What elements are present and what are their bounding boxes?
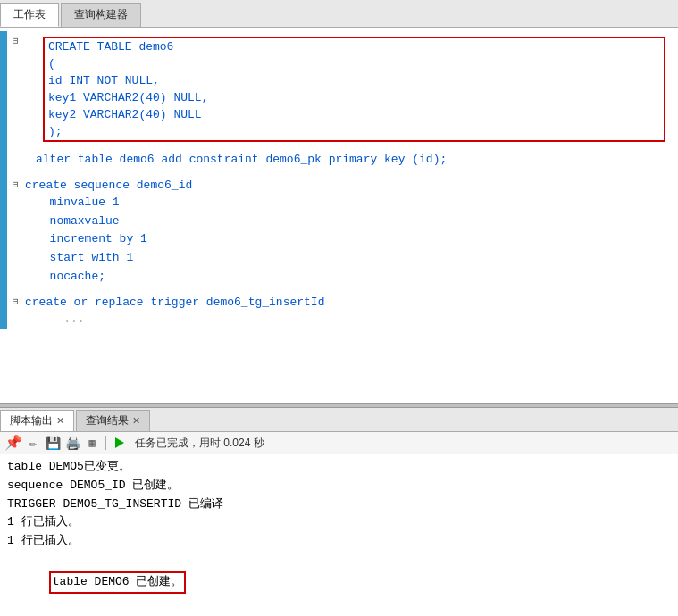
fold-icon-trigger[interactable]: ⊟ <box>13 296 23 307</box>
output-line-1: table DEMO5已变更。 <box>7 458 671 477</box>
output-area: table DEMO5已变更。 sequence DEMO5_ID 已创建。 T… <box>0 454 678 616</box>
create-col-key1: key1 VARCHAR2(40) NULL, <box>45 89 664 106</box>
create-col-id: id INT NOT NULL, <box>45 72 664 89</box>
bottom-tab-bar: 脚本输出 ✕ 查询结果 ✕ <box>0 408 678 432</box>
seq-nocache: nocache; <box>7 268 678 287</box>
play-triangle <box>115 437 124 448</box>
create-sequence-fold-line: ⊟ create sequence demo6_id <box>7 177 678 194</box>
create-table-text: CREATE TABLE demo6 <box>48 40 173 54</box>
fold-icon-create-table[interactable]: ⊟ <box>13 35 23 46</box>
seq-minvalue: minvalue 1 <box>7 194 678 212</box>
left-strip <box>0 31 7 329</box>
print-icon[interactable]: 🖨️ <box>64 435 80 451</box>
output-line-3: TRIGGER DEMO5_TG_INSERTID 已编译 <box>7 495 671 514</box>
create-open-paren: ( <box>45 55 664 72</box>
create-close-paren: ); <box>45 123 664 140</box>
tab-script-output[interactable]: 脚本输出 ✕ <box>0 410 74 431</box>
trigger-partial: ... <box>7 311 678 329</box>
blank-line-1 <box>7 144 678 151</box>
editor-content[interactable]: ⊟ CREATE TABLE demo6 ( id INT NOT NULL, <box>0 31 678 329</box>
alter-table-line: alter table demo6 add constraint demo6_p… <box>7 151 678 170</box>
edit-icon[interactable]: ✏️ <box>25 435 41 451</box>
table-icon[interactable]: ▦ <box>84 435 100 451</box>
status-text: 任务已完成，用时 0.024 秒 <box>135 436 264 451</box>
tab-worksheet[interactable]: 工作表 <box>0 3 59 27</box>
create-trigger-fold-line: ⊟ create or replace trigger demo6_tg_ins… <box>7 294 678 311</box>
seq-increment: increment by 1 <box>7 230 678 249</box>
seq-start: start with 1 <box>7 249 678 268</box>
toolbar-separator <box>105 436 106 450</box>
output-highlighted-line: table DEMO6 已创建。 <box>49 571 187 594</box>
pin-icon[interactable]: 📌 <box>5 435 21 451</box>
editor-area: ⊟ CREATE TABLE demo6 ( id INT NOT NULL, <box>0 28 678 403</box>
create-table-fold-line: ⊟ CREATE TABLE demo6 ( id INT NOT NULL, <box>7 31 678 144</box>
close-query-tab-icon[interactable]: ✕ <box>132 415 140 427</box>
tab-query-results-label: 查询结果 <box>86 413 129 429</box>
blank-line-3 <box>7 287 678 294</box>
output-line-2: sequence DEMO5_ID 已创建。 <box>7 477 671 495</box>
tab-script-output-label: 脚本输出 <box>10 413 53 429</box>
output-toolbar: 📌 ✏️ 💾 🖨️ ▦ 任务已完成，用时 0.024 秒 <box>0 432 678 454</box>
bottom-panel: 脚本输出 ✕ 查询结果 ✕ 📌 ✏️ 💾 🖨️ ▦ 任务已完成，用时 0.024… <box>0 408 678 616</box>
blank-line-2 <box>7 170 678 177</box>
output-line-4: 1 行已插入。 <box>7 513 671 532</box>
seq-nomaxvalue: nomaxvalue <box>7 212 678 231</box>
output-line-5: 1 行已插入。 <box>7 532 671 551</box>
create-header-line: CREATE TABLE demo6 <box>45 38 664 55</box>
create-sequence-text: create sequence demo6_id <box>25 179 192 192</box>
create-col-key2: key2 VARCHAR2(40) NULL <box>45 106 664 123</box>
editor-wrapper: ⊟ CREATE TABLE demo6 ( id INT NOT NULL, <box>0 31 678 329</box>
save-icon[interactable]: 💾 <box>45 435 61 451</box>
create-trigger-text: create or replace trigger demo6_tg_inser… <box>25 296 324 309</box>
tab-query-results[interactable]: 查询结果 ✕ <box>76 410 150 431</box>
run-icon[interactable] <box>112 435 128 451</box>
tab-bar: 工作表 查询构建器 <box>0 0 678 28</box>
create-table-highlighted: CREATE TABLE demo6 ( id INT NOT NULL, ke… <box>25 35 673 144</box>
close-script-tab-icon[interactable]: ✕ <box>56 415 64 427</box>
output-line-6: table DEMO6 已创建。 <box>7 551 671 612</box>
highlighted-create-block: CREATE TABLE demo6 ( id INT NOT NULL, ke… <box>43 37 665 142</box>
tab-query-builder[interactable]: 查询构建器 <box>61 3 141 27</box>
fold-icon-sequence[interactable]: ⊟ <box>13 179 23 190</box>
